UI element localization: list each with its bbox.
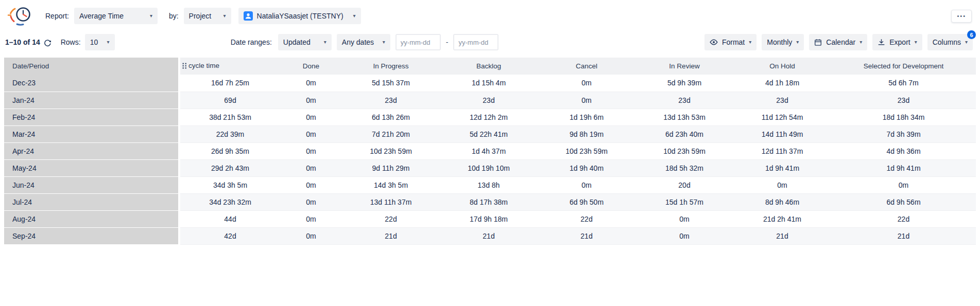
value-cell: 13d 11h 37m [342,193,440,210]
drag-handle-icon [182,63,187,69]
chevron-down-icon: ▾ [859,40,862,45]
value-cell: 14d 11h 49m [733,125,831,142]
period-cell: Jun-24 [4,176,179,193]
value-cell: 12d 11h 37m [733,142,831,159]
value-cell: 8d 9h 46m [733,193,831,210]
chevron-down-icon: ▾ [796,40,799,45]
calendar-dropdown[interactable]: Calendar ▾ [809,34,867,50]
value-cell: 13d 8h [440,176,538,193]
table-row: Sep-24 42d 0m 21d 21d 21d 0m 21d 21d [4,227,976,244]
value-cell: 6d 9h 50m [538,193,635,210]
calendar-label: Calendar [826,38,855,46]
rows-per-page-dropdown[interactable]: 10 ▾ [85,34,115,50]
column-header-backlog[interactable]: Backlog [440,58,538,75]
value-cell: 44d [179,210,280,227]
date-mode-dropdown[interactable]: Any dates ▾ [337,34,390,50]
value-cell: 14d 3h 5m [342,176,440,193]
date-ranges-group: Date ranges: Updated ▾ Any dates ▾ - [231,34,499,50]
table-row: May-24 29d 2h 43m 0m 9d 11h 29m 10d 19h … [4,159,976,176]
value-cell: 22d [831,210,976,227]
column-header-date-period: Date/Period [4,58,179,75]
group-by-value: Project [189,12,212,20]
column-header-selected-for-development[interactable]: Selected for Development [831,58,976,75]
chevron-down-icon: ▾ [150,13,152,19]
value-cell: 34d 23h 32m [179,193,280,210]
report-table-wrap: Date/Period cycle time Done In Progress … [0,58,980,245]
column-header-in-review[interactable]: In Review [635,58,733,75]
value-cell: 5d 6h 7m [831,75,976,92]
value-cell: 22d [342,210,440,227]
value-cell: 0m [280,75,342,92]
value-cell: 21d [440,227,538,244]
rows-label: Rows: [61,38,81,46]
group-by-dropdown[interactable]: Project ▾ [184,8,231,24]
table-row: Aug-24 44d 0m 22d 17d 9h 18m 22d 0m 21d … [4,210,976,227]
date-to-input[interactable] [453,34,498,50]
value-cell: 18d 18h 34m [831,109,976,125]
chevron-down-icon: ▾ [383,40,385,45]
format-dropdown[interactable]: Format ▾ [704,34,757,50]
column-header-done[interactable]: Done [280,58,342,75]
value-cell: 21d 2h 41m [733,210,831,227]
value-cell: 21d [342,227,440,244]
date-field-value: Updated [283,38,311,46]
pagination-text: 1–10 of 14 [5,38,40,46]
eye-icon [710,38,718,46]
period-cell: Aug-24 [4,210,179,227]
period-cell: May-24 [4,159,179,176]
value-cell: 0m [538,92,635,109]
columns-dropdown[interactable]: Columns ▾ [927,34,973,50]
export-dropdown[interactable]: Export ▾ [872,34,922,50]
value-cell: 23d [635,92,733,109]
period-cell: Dec-23 [4,75,179,92]
refresh-icon[interactable] [44,39,51,47]
period-dropdown[interactable]: Monthly ▾ [762,34,804,50]
date-field-dropdown[interactable]: Updated ▾ [278,34,332,50]
value-cell: 21d [733,227,831,244]
report-table: Date/Period cycle time Done In Progress … [4,58,976,245]
value-cell: 0m [831,176,976,193]
value-cell: 0m [280,125,342,142]
value-cell: 69d [179,92,280,109]
report-type-dropdown[interactable]: Average Time ▾ [74,8,158,24]
value-cell: 4d 9h 36m [831,142,976,159]
period-cell: Apr-24 [4,142,179,159]
value-cell: 5d 9h 39m [635,75,733,92]
app-logo [7,5,34,27]
value-cell: 0m [538,176,635,193]
format-label: Format [722,38,745,46]
value-cell: 0m [280,176,342,193]
toolbar: 1–10 of 14 Rows: 10 ▾ Date ranges: Updat… [0,30,980,58]
column-header-cycle-time[interactable]: cycle time [179,58,280,75]
chevron-down-icon: ▾ [353,13,356,19]
value-cell: 29d 2h 43m [179,159,280,176]
period-cell: Mar-24 [4,125,179,142]
value-cell: 10d 23h 59m [342,142,440,159]
period-cell: Jan-24 [4,92,179,109]
value-cell: 6d 13h 26m [342,109,440,125]
value-cell: 0m [280,159,342,176]
value-cell: 21d [831,227,976,244]
column-header-in-progress[interactable]: In Progress [342,58,440,75]
value-cell: 21d [538,227,635,244]
value-cell: 0m [280,109,342,125]
column-header-on-hold[interactable]: On Hold [733,58,831,75]
project-dropdown[interactable]: NataliaYSaasjet (TESTNY) ▾ [238,8,361,24]
value-cell: 1d 9h 40m [538,159,635,176]
table-row: Dec-23 16d 7h 25m 0m 5d 15h 37m 1d 15h 4… [4,75,976,92]
value-cell: 16d 7h 25m [179,75,280,92]
value-cell: 10d 23h 59m [635,142,733,159]
value-cell: 7d 3h 39m [831,125,976,142]
value-cell: 5d 15h 37m [342,75,440,92]
date-from-input[interactable] [396,34,441,50]
chevron-down-icon: ▾ [107,40,110,45]
value-cell: 23d [733,92,831,109]
value-cell: 15d 1h 57m [635,193,733,210]
value-cell: 0m [280,227,342,244]
more-options-button[interactable]: ••• [951,10,972,23]
column-header-cancel[interactable]: Cancel [538,58,635,75]
project-avatar [244,11,253,21]
value-cell: 10d 23h 59m [538,142,635,159]
value-cell: 12d 12h 2m [440,109,538,125]
download-icon [878,39,885,46]
